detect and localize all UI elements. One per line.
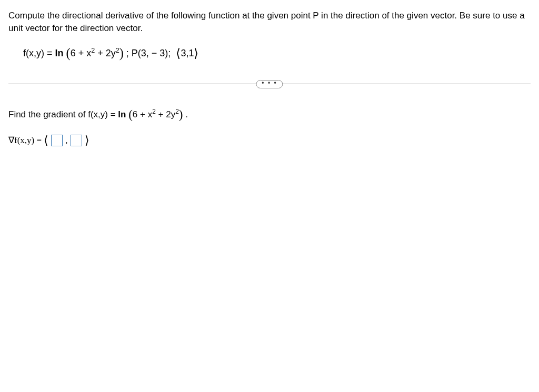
q-sq1: 2 bbox=[152, 108, 156, 115]
ans-comma: , bbox=[65, 134, 68, 147]
expand-button[interactable]: • • • bbox=[256, 80, 283, 88]
ans-angle-left-icon: ⟨ bbox=[44, 133, 48, 149]
q-period: . bbox=[183, 109, 187, 119]
semi: ; bbox=[124, 48, 132, 58]
statement-text: Compute the directional derivative of th… bbox=[8, 11, 525, 33]
gradient-x-input[interactable] bbox=[51, 135, 63, 146]
separator: • • • bbox=[8, 79, 531, 89]
fx-label: f(x,y) = bbox=[23, 48, 55, 58]
rparen-icon: ) bbox=[119, 46, 124, 60]
gradient-label: ∇f(x,y) = bbox=[8, 134, 42, 147]
q-lparen-icon: ( bbox=[128, 108, 133, 121]
ans-angle-right-icon: ⟩ bbox=[85, 133, 89, 149]
point-text: P(3, − 3); bbox=[132, 48, 171, 58]
ln-text: ln bbox=[55, 48, 64, 58]
sq2: 2 bbox=[116, 47, 119, 54]
q-plus: + 2y bbox=[156, 109, 175, 119]
ellipsis-icon: • • • bbox=[262, 79, 277, 87]
equation-line: f(x,y) = ln (6 + x2 + 2y2) ; P(3, − 3); … bbox=[23, 44, 531, 62]
angle-right-icon: ⟩ bbox=[194, 46, 198, 60]
problem-statement: Compute the directional derivative of th… bbox=[8, 9, 531, 35]
question-prefix: Find the gradient of f(x,y) = bbox=[8, 109, 118, 119]
gradient-y-input[interactable] bbox=[71, 135, 82, 146]
hr-left bbox=[8, 84, 270, 84]
question-line: Find the gradient of f(x,y) = ln (6 + x2… bbox=[8, 106, 531, 123]
q-sq2: 2 bbox=[175, 108, 179, 115]
hr-right bbox=[270, 84, 531, 84]
plus1: + 2y bbox=[95, 48, 116, 58]
q-inner1: 6 + x bbox=[133, 109, 152, 119]
inner1: 6 + x bbox=[71, 48, 92, 58]
answer-line: ∇f(x,y) = ⟨ , ⟩ bbox=[8, 133, 531, 149]
vector-content: 3,1 bbox=[181, 48, 194, 58]
lparen-icon: ( bbox=[66, 46, 71, 60]
q-ln: ln bbox=[118, 109, 126, 119]
